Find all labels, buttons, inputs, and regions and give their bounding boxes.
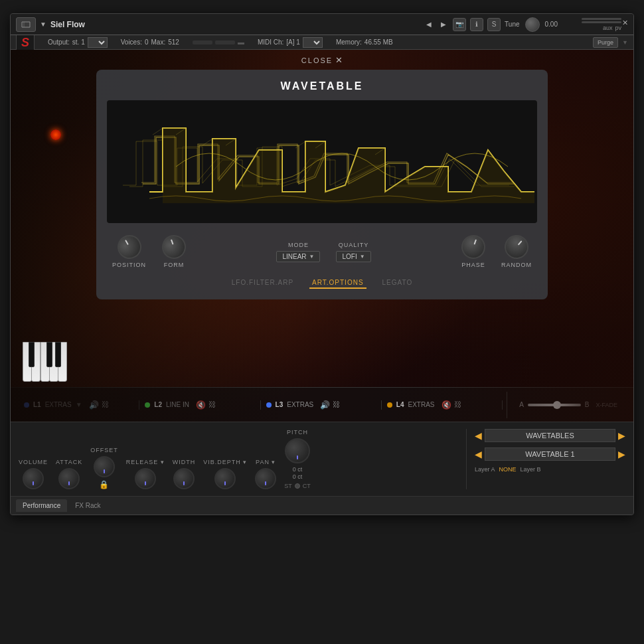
voices-label: Voices:: [121, 39, 142, 46]
l3-sub: EXTRAS: [287, 401, 313, 408]
black-key: [29, 342, 35, 367]
tab-performance[interactable]: Performance: [16, 499, 67, 512]
vibdepth-label[interactable]: VIB.DEPTH ▾: [203, 459, 247, 465]
release-knob[interactable]: [135, 468, 156, 489]
bottom-tabs: Performance FX Rack: [11, 496, 633, 515]
wavetable1-preset[interactable]: WAVETABLE 1: [485, 447, 615, 461]
pan-knob[interactable]: [255, 468, 276, 489]
close-icon: ✕: [335, 55, 343, 65]
pitch-ct-value: 0 ct: [293, 473, 303, 480]
output-select[interactable]: [88, 37, 108, 48]
max-label: Max:: [151, 39, 166, 46]
purge-dropdown[interactable]: ▼: [622, 39, 628, 46]
nav-next[interactable]: ▶: [438, 19, 449, 29]
form-label: FORM: [164, 262, 185, 268]
tab-lfo[interactable]: LFO.FILTER.ARP: [229, 278, 296, 289]
vibdepth-knob[interactable]: [214, 468, 236, 489]
nav-tabs: LFO.FILTER.ARP ART.OPTIONS LEGATO: [107, 278, 537, 289]
settings-icon[interactable]: S: [487, 18, 501, 31]
instrument-name: Siel Flow: [50, 20, 85, 29]
window-close[interactable]: ✕: [622, 19, 628, 27]
width-group: WIDTH: [173, 459, 196, 489]
memory-info: Memory: 46.55 MB: [336, 39, 393, 46]
mode-arrow: ▼: [309, 254, 315, 260]
layer-b-label: Layer B: [521, 466, 541, 473]
pan-group: PAN ▾: [255, 459, 276, 489]
volume-group: VOLUME: [19, 459, 48, 489]
mode-group: MODE LINEAR ▼: [276, 242, 320, 262]
bottom-left: VOLUME ATTACK OFFSET 🔒 RELEASE ▾ WIDTH: [19, 429, 466, 489]
purge-button[interactable]: Purge: [593, 37, 618, 48]
pv-label: pv: [615, 25, 621, 31]
tune-knob[interactable]: [525, 17, 540, 32]
red-led: [50, 129, 61, 140]
pan-label[interactable]: PAN ▾: [256, 459, 276, 465]
quality-select[interactable]: LOFI ▼: [336, 251, 370, 262]
wavetable1-row: ◀ WAVETABLE 1 ▶: [475, 447, 625, 461]
second-bar: S Output: st. 1 Voices: 0 Max: 512 ▬ MID…: [11, 35, 633, 50]
position-label: POSITION: [112, 262, 146, 268]
slider-1[interactable]: [582, 18, 621, 20]
width-knob[interactable]: [173, 468, 195, 489]
bottom-controls: VOLUME ATTACK OFFSET 🔒 RELEASE ▾ WIDTH: [11, 422, 633, 496]
l3-icons: 🔊 ⛓: [320, 400, 340, 410]
wavetable1-next[interactable]: ▶: [618, 449, 625, 459]
dropdown-icon: ▼: [40, 21, 46, 28]
volume-knob[interactable]: [23, 468, 44, 489]
piano-keys-area: [23, 342, 67, 382]
quality-arrow: ▼: [360, 254, 365, 260]
tab-legato[interactable]: LEGATO: [380, 278, 416, 289]
top-bar-icons: ◀ ▶ 📷 ℹ S Tune 0.00 aux pv: [424, 17, 628, 32]
offset-knob[interactable]: [94, 456, 115, 477]
s-logo: S: [21, 37, 29, 48]
ct-label: CT: [303, 483, 311, 489]
position-knob-group: POSITION: [112, 235, 146, 268]
mode-quality-section: MODE LINEAR ▼ QUALITY LOFI ▼: [276, 242, 370, 262]
st-led[interactable]: [295, 483, 300, 489]
attack-knob[interactable]: [58, 468, 80, 489]
midi-label: MIDI Ch:: [258, 39, 283, 46]
layer-a-none: NONE: [499, 466, 517, 473]
wavetables-row: ◀ WAVETABLES ▶: [475, 429, 625, 442]
panel-close-area[interactable]: CLOSE ✕: [301, 55, 343, 65]
memory-value: 46.55 MB: [364, 39, 393, 46]
quality-label: QUALITY: [339, 242, 369, 248]
tab-fx-rack[interactable]: FX Rack: [68, 499, 107, 512]
info-icon[interactable]: ℹ: [470, 18, 483, 31]
top-bar-left: ▼ Siel Flow: [16, 17, 424, 32]
l3-chain: ⛓: [333, 400, 340, 410]
main-area: CLOSE ✕ WAVETABLE: [11, 50, 633, 422]
camera-icon[interactable]: 📷: [453, 18, 466, 31]
offset-group: OFFSET 🔒: [90, 447, 118, 489]
midi-select[interactable]: [303, 37, 323, 48]
pitch-knob[interactable]: [285, 438, 310, 463]
position-knob[interactable]: [113, 230, 145, 263]
release-label[interactable]: RELEASE ▾: [126, 459, 165, 465]
tune-value: 0.00: [545, 21, 558, 28]
attack-label: ATTACK: [56, 459, 82, 465]
pitch-st-value: 0 ct: [293, 466, 303, 473]
wavetables-next[interactable]: ▶: [618, 430, 625, 441]
volume-label: VOLUME: [19, 459, 48, 465]
layer-info-row: Layer A NONE Layer B: [475, 466, 625, 473]
random-knob[interactable]: [500, 230, 534, 264]
slider-2[interactable]: [582, 21, 621, 23]
l3-speaker[interactable]: 🔊: [320, 400, 330, 410]
tab-art[interactable]: ART.OPTIONS: [309, 278, 366, 289]
logo-box: S: [16, 33, 35, 52]
controls-row: POSITION FORM MODE LINEAR ▼: [107, 232, 537, 271]
mode-select[interactable]: LINEAR ▼: [276, 251, 320, 262]
black-key: [46, 342, 52, 367]
level-icon: ▬: [238, 39, 244, 46]
waveform-display: [107, 100, 537, 223]
output-info: Output: st. 1: [48, 37, 108, 48]
phase-knob[interactable]: [458, 232, 489, 262]
form-knob[interactable]: [159, 232, 189, 262]
nav-prev[interactable]: ◀: [424, 19, 434, 29]
controls-left: POSITION FORM: [112, 235, 186, 268]
wavetables-prev[interactable]: ◀: [475, 430, 482, 441]
wavetables-preset[interactable]: WAVETABLES: [485, 429, 615, 442]
wavetable1-prev[interactable]: ◀: [475, 449, 482, 459]
form-knob-group: FORM: [162, 235, 186, 268]
panel-title: WAVETABLE: [107, 80, 537, 92]
